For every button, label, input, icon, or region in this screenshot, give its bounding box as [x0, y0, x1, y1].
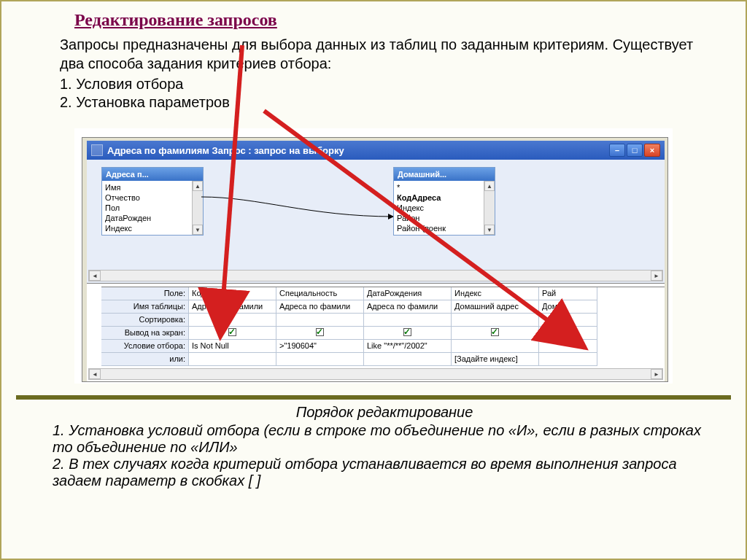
procedure-item-2: 2. В тех случаях когда критерий отбора у…: [53, 456, 716, 489]
procedure-text: Порядок редактирование 1. Установка усло…: [53, 404, 716, 489]
field-item[interactable]: Район: [397, 213, 493, 223]
grid-cell[interactable]: [276, 353, 364, 366]
grid-cell[interactable]: [189, 314, 276, 327]
intro-text: Запросы предназначены для выбора данных …: [60, 35, 702, 73]
grid-label-show: Вывод на экран:: [101, 327, 189, 340]
grid-cell[interactable]: Is Not Null: [189, 340, 276, 353]
scroll-up-icon[interactable]: ▲: [193, 181, 203, 191]
grid-checkbox[interactable]: [364, 327, 452, 340]
slide-title: Редактирование запросов: [74, 10, 277, 30]
grid-cell[interactable]: Like "**/**"/2002": [364, 340, 452, 353]
grid-cell[interactable]: [539, 353, 597, 366]
screenshot-container: Адреса по фамилиям Запрос : запрос на вы…: [74, 128, 673, 384]
grid-cell[interactable]: [452, 340, 539, 353]
grid-label-table: Имя таблицы:: [101, 300, 189, 314]
grid-label-criteria: Условие отбора:: [101, 340, 189, 353]
qbe-grid[interactable]: Поле: КодАдреса Специальность ДатаРожден…: [101, 287, 665, 366]
vertical-scrollbar[interactable]: ▲ ▼: [484, 181, 495, 235]
grid-cell[interactable]: [539, 340, 597, 353]
grid-cell[interactable]: Индекс: [452, 287, 539, 300]
grid-cell[interactable]: [452, 314, 539, 327]
grid-cell[interactable]: ДатаРождения: [364, 287, 452, 300]
window-icon: [91, 144, 103, 156]
grid-cell[interactable]: Адреса по фамили: [364, 300, 452, 314]
field-item[interactable]: Имя: [105, 182, 201, 192]
grid-label-sort: Сортировка:: [101, 314, 189, 327]
grid-cell[interactable]: [189, 353, 276, 366]
accent-bar: [16, 395, 731, 400]
field-item-key[interactable]: КодАдреса: [397, 192, 493, 203]
criteria-list: 1. Условия отбора 2. Установка параметро…: [60, 76, 230, 112]
scroll-up-icon[interactable]: ▲: [484, 181, 495, 191]
procedure-item-1: 1. Установка условий отбора (если в стро…: [53, 422, 716, 456]
field-item[interactable]: Район (военк: [397, 223, 493, 233]
scroll-right-icon[interactable]: ►: [651, 369, 662, 379]
scroll-down-icon[interactable]: ▼: [193, 225, 203, 235]
grid-checkbox[interactable]: [189, 327, 276, 340]
criteria-item-2: 2. Установка параметров: [60, 94, 230, 111]
maximize-button[interactable]: □: [627, 144, 643, 157]
grid-cell[interactable]: [364, 314, 452, 327]
query-design-grid: Поле: КодАдреса Специальность ДатаРожден…: [87, 287, 665, 381]
scroll-down-icon[interactable]: ▼: [484, 225, 495, 235]
grid-cell[interactable]: [364, 353, 452, 366]
grid-cell[interactable]: Специальность: [276, 287, 364, 300]
scroll-left-icon[interactable]: ◄: [89, 369, 101, 379]
field-item[interactable]: Пол: [105, 203, 201, 213]
table-box-2-header: Домашний...: [394, 168, 495, 181]
minimize-button[interactable]: –: [609, 144, 625, 157]
grid-cell[interactable]: КодАдреса: [189, 287, 276, 300]
grid-cell[interactable]: Домашний адрес: [452, 300, 539, 314]
grid-cell[interactable]: Адреса по фамили: [189, 300, 276, 314]
access-window: Адреса по фамилиям Запрос : запрос на вы…: [82, 137, 668, 382]
criteria-item-1: 1. Условия отбора: [60, 76, 230, 93]
field-item[interactable]: ДатаРожден: [105, 213, 201, 223]
grid-cell[interactable]: [539, 314, 597, 327]
grid-cell[interactable]: Адреса по фамили: [276, 300, 364, 314]
slide: Редактирование запросов Запросы предназн…: [0, 0, 747, 560]
grid-cell[interactable]: Рай: [539, 287, 597, 300]
grid-cell[interactable]: [276, 314, 364, 327]
field-item[interactable]: Индекс: [397, 203, 493, 213]
grid-checkbox[interactable]: [276, 327, 364, 340]
query-design-upper: Адреса п... Имя Отчество Пол ДатаРожден …: [87, 160, 665, 284]
grid-label-field: Поле:: [101, 287, 189, 300]
procedure-header: Порядок редактирование: [53, 404, 716, 421]
scroll-right-icon[interactable]: ►: [651, 271, 662, 281]
table-box-1-header: Адреса п...: [102, 168, 203, 181]
field-item[interactable]: *: [397, 182, 493, 192]
grid-checkbox[interactable]: [452, 327, 539, 340]
grid-cell[interactable]: >"190604": [276, 340, 364, 353]
table-box-2[interactable]: Домашний... * КодАдреса Индекс Район Рай…: [393, 167, 495, 236]
grid-cell[interactable]: [Задайте индекс]: [452, 353, 539, 366]
join-line: [200, 195, 395, 224]
grid-cell[interactable]: Дом: [539, 300, 597, 314]
field-item[interactable]: Индекс: [105, 223, 201, 233]
horizontal-scrollbar[interactable]: ◄ ►: [88, 368, 663, 380]
table-box-1[interactable]: Адреса п... Имя Отчество Пол ДатаРожден …: [101, 167, 204, 236]
close-button[interactable]: ×: [644, 144, 660, 157]
window-title: Адреса по фамилиям Запрос : запрос на вы…: [107, 145, 344, 156]
scroll-left-icon[interactable]: ◄: [89, 271, 101, 281]
grid-label-or: или:: [101, 353, 189, 366]
field-item[interactable]: Отчество: [105, 192, 201, 203]
horizontal-scrollbar[interactable]: ◄ ►: [88, 270, 663, 281]
grid-checkbox[interactable]: [539, 327, 597, 340]
window-titlebar[interactable]: Адреса по фамилиям Запрос : запрос на вы…: [87, 141, 665, 160]
